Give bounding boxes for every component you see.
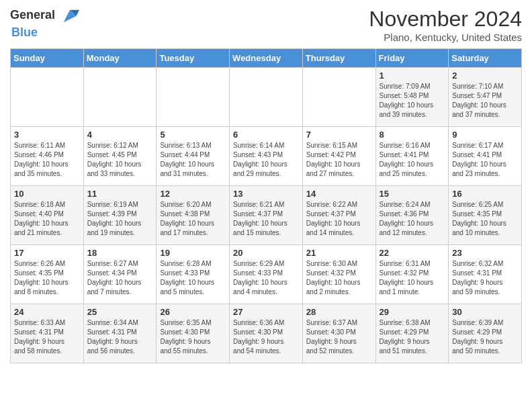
day-info: Sunrise: 6:27 AM Sunset: 4:34 PM Dayligh… — [87, 259, 153, 297]
day-number: 6 — [233, 130, 299, 140]
day-info: Sunrise: 6:12 AM Sunset: 4:45 PM Dayligh… — [87, 141, 153, 179]
logo-general-text: General — [10, 8, 55, 21]
calendar-cell: 14Sunrise: 6:22 AM Sunset: 4:37 PM Dayli… — [302, 186, 375, 245]
day-number: 19 — [160, 248, 226, 258]
logo-blue-text: Blue — [11, 26, 38, 39]
day-number: 21 — [306, 248, 372, 258]
day-info: Sunrise: 6:39 AM Sunset: 4:29 PM Dayligh… — [452, 318, 518, 356]
calendar-cell: 24Sunrise: 6:33 AM Sunset: 4:31 PM Dayli… — [11, 304, 84, 363]
day-number: 26 — [160, 307, 226, 317]
day-number: 5 — [160, 130, 226, 140]
calendar-cell: 5Sunrise: 6:13 AM Sunset: 4:44 PM Daylig… — [157, 127, 230, 186]
calendar-cell — [230, 68, 303, 127]
calendar-cell: 6Sunrise: 6:14 AM Sunset: 4:43 PM Daylig… — [230, 127, 303, 186]
calendar-cell: 15Sunrise: 6:24 AM Sunset: 4:36 PM Dayli… — [375, 186, 449, 245]
day-header-sunday: Sunday — [11, 49, 84, 68]
day-number: 25 — [87, 307, 153, 317]
day-info: Sunrise: 6:37 AM Sunset: 4:30 PM Dayligh… — [306, 318, 372, 356]
calendar-cell: 12Sunrise: 6:20 AM Sunset: 4:38 PM Dayli… — [157, 186, 230, 245]
day-number: 17 — [14, 248, 80, 258]
day-number: 7 — [306, 130, 372, 140]
day-number: 3 — [14, 130, 80, 140]
day-number: 4 — [87, 130, 153, 140]
day-info: Sunrise: 6:19 AM Sunset: 4:39 PM Dayligh… — [87, 200, 153, 238]
day-info: Sunrise: 6:15 AM Sunset: 4:42 PM Dayligh… — [306, 141, 372, 179]
day-number: 8 — [380, 130, 445, 140]
day-info: Sunrise: 6:35 AM Sunset: 4:30 PM Dayligh… — [160, 318, 226, 356]
day-info: Sunrise: 6:17 AM Sunset: 4:41 PM Dayligh… — [452, 141, 518, 179]
calendar-cell — [157, 68, 230, 127]
day-number: 12 — [160, 189, 226, 199]
day-info: Sunrise: 6:29 AM Sunset: 4:33 PM Dayligh… — [233, 259, 299, 297]
day-number: 22 — [380, 248, 445, 258]
day-info: Sunrise: 7:09 AM Sunset: 5:48 PM Dayligh… — [380, 82, 445, 120]
logo: General Blue — [10, 7, 79, 40]
day-info: Sunrise: 6:20 AM Sunset: 4:38 PM Dayligh… — [160, 200, 226, 238]
week-row-2: 3Sunrise: 6:11 AM Sunset: 4:46 PM Daylig… — [11, 127, 522, 186]
day-number: 23 — [452, 248, 518, 258]
day-number: 18 — [87, 248, 153, 258]
location-subtitle: Plano, Kentucky, United States — [369, 32, 522, 43]
day-header-thursday: Thursday — [302, 49, 375, 68]
calendar-cell: 8Sunrise: 6:16 AM Sunset: 4:41 PM Daylig… — [375, 127, 449, 186]
day-info: Sunrise: 6:30 AM Sunset: 4:32 PM Dayligh… — [306, 259, 372, 297]
calendar-cell — [83, 68, 157, 127]
calendar-cell: 7Sunrise: 6:15 AM Sunset: 4:42 PM Daylig… — [302, 127, 375, 186]
day-info: Sunrise: 6:38 AM Sunset: 4:29 PM Dayligh… — [380, 318, 445, 356]
calendar-cell: 1Sunrise: 7:09 AM Sunset: 5:48 PM Daylig… — [375, 68, 449, 127]
day-info: Sunrise: 6:22 AM Sunset: 4:37 PM Dayligh… — [306, 200, 372, 238]
day-number: 1 — [380, 71, 445, 81]
calendar-cell: 18Sunrise: 6:27 AM Sunset: 4:34 PM Dayli… — [83, 245, 157, 304]
day-info: Sunrise: 6:14 AM Sunset: 4:43 PM Dayligh… — [233, 141, 299, 179]
logo-icon — [60, 7, 79, 26]
calendar-cell: 29Sunrise: 6:38 AM Sunset: 4:29 PM Dayli… — [375, 304, 449, 363]
calendar-cell: 22Sunrise: 6:31 AM Sunset: 4:32 PM Dayli… — [375, 245, 449, 304]
day-number: 10 — [14, 189, 80, 199]
day-number: 2 — [452, 71, 518, 81]
month-title: November 2024 — [369, 7, 522, 32]
day-info: Sunrise: 6:26 AM Sunset: 4:35 PM Dayligh… — [14, 259, 80, 297]
calendar-cell: 21Sunrise: 6:30 AM Sunset: 4:32 PM Dayli… — [302, 245, 375, 304]
day-header-friday: Friday — [375, 49, 449, 68]
calendar-cell: 30Sunrise: 6:39 AM Sunset: 4:29 PM Dayli… — [449, 304, 522, 363]
header: General Blue November 2024 Plano, Kentuc… — [10, 7, 522, 43]
day-number: 28 — [306, 307, 372, 317]
day-number: 15 — [380, 189, 445, 199]
day-info: Sunrise: 6:36 AM Sunset: 4:30 PM Dayligh… — [233, 318, 299, 356]
day-number: 16 — [452, 189, 518, 199]
day-info: Sunrise: 6:16 AM Sunset: 4:41 PM Dayligh… — [380, 141, 445, 179]
day-info: Sunrise: 6:31 AM Sunset: 4:32 PM Dayligh… — [380, 259, 445, 297]
day-info: Sunrise: 7:10 AM Sunset: 5:47 PM Dayligh… — [452, 82, 518, 120]
day-header-row: SundayMondayTuesdayWednesdayThursdayFrid… — [11, 49, 522, 68]
calendar-cell: 26Sunrise: 6:35 AM Sunset: 4:30 PM Dayli… — [157, 304, 230, 363]
day-info: Sunrise: 6:34 AM Sunset: 4:31 PM Dayligh… — [87, 318, 153, 356]
day-header-tuesday: Tuesday — [157, 49, 230, 68]
day-number: 13 — [233, 189, 299, 199]
calendar-cell: 11Sunrise: 6:19 AM Sunset: 4:39 PM Dayli… — [83, 186, 157, 245]
calendar-cell: 19Sunrise: 6:28 AM Sunset: 4:33 PM Dayli… — [157, 245, 230, 304]
title-area: November 2024 Plano, Kentucky, United St… — [369, 7, 522, 43]
day-number: 11 — [87, 189, 153, 199]
calendar-cell: 4Sunrise: 6:12 AM Sunset: 4:45 PM Daylig… — [83, 127, 157, 186]
calendar-cell: 23Sunrise: 6:32 AM Sunset: 4:31 PM Dayli… — [449, 245, 522, 304]
week-row-4: 17Sunrise: 6:26 AM Sunset: 4:35 PM Dayli… — [11, 245, 522, 304]
calendar-cell: 17Sunrise: 6:26 AM Sunset: 4:35 PM Dayli… — [11, 245, 84, 304]
day-info: Sunrise: 6:11 AM Sunset: 4:46 PM Dayligh… — [14, 141, 80, 179]
day-info: Sunrise: 6:21 AM Sunset: 4:37 PM Dayligh… — [233, 200, 299, 238]
day-info: Sunrise: 6:32 AM Sunset: 4:31 PM Dayligh… — [452, 259, 518, 297]
day-number: 20 — [233, 248, 299, 258]
calendar-cell: 9Sunrise: 6:17 AM Sunset: 4:41 PM Daylig… — [449, 127, 522, 186]
calendar-cell: 16Sunrise: 6:25 AM Sunset: 4:35 PM Dayli… — [449, 186, 522, 245]
week-row-3: 10Sunrise: 6:18 AM Sunset: 4:40 PM Dayli… — [11, 186, 522, 245]
day-number: 29 — [380, 307, 445, 317]
day-info: Sunrise: 6:13 AM Sunset: 4:44 PM Dayligh… — [160, 141, 226, 179]
day-info: Sunrise: 6:18 AM Sunset: 4:40 PM Dayligh… — [14, 200, 80, 238]
calendar-cell: 2Sunrise: 7:10 AM Sunset: 5:47 PM Daylig… — [449, 68, 522, 127]
calendar-cell — [11, 68, 84, 127]
week-row-5: 24Sunrise: 6:33 AM Sunset: 4:31 PM Dayli… — [11, 304, 522, 363]
calendar-cell: 25Sunrise: 6:34 AM Sunset: 4:31 PM Dayli… — [83, 304, 157, 363]
day-header-monday: Monday — [83, 49, 157, 68]
calendar-cell — [302, 68, 375, 127]
day-info: Sunrise: 6:33 AM Sunset: 4:31 PM Dayligh… — [14, 318, 80, 356]
day-header-saturday: Saturday — [449, 49, 522, 68]
